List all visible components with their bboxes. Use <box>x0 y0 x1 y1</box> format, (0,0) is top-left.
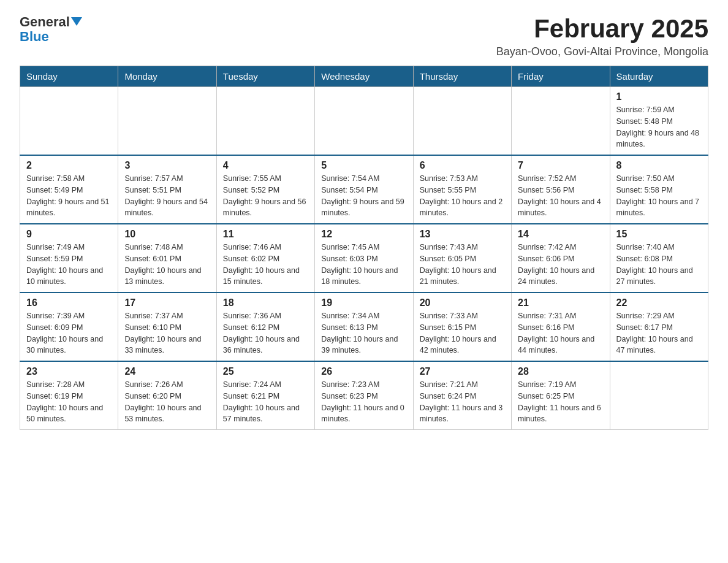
day-info: Sunrise: 7:53 AMSunset: 5:55 PMDaylight:… <box>420 173 505 219</box>
day-number: 20 <box>420 297 505 308</box>
day-info: Sunrise: 7:45 AMSunset: 6:03 PMDaylight:… <box>321 242 406 288</box>
calendar-cell-w5-d1: 23Sunrise: 7:28 AMSunset: 6:19 PMDayligh… <box>20 361 118 430</box>
day-number: 22 <box>616 297 702 308</box>
calendar-cell-w3-d1: 9Sunrise: 7:49 AMSunset: 5:59 PMDaylight… <box>20 224 118 293</box>
header-friday: Friday <box>512 66 610 87</box>
calendar-cell-w4-d7: 22Sunrise: 7:29 AMSunset: 6:17 PMDayligh… <box>610 293 708 361</box>
calendar-cell-w3-d6: 14Sunrise: 7:42 AMSunset: 6:06 PMDayligh… <box>512 224 610 293</box>
calendar-cell-w4-d3: 18Sunrise: 7:36 AMSunset: 6:12 PMDayligh… <box>216 293 314 361</box>
day-info: Sunrise: 7:49 AMSunset: 5:59 PMDaylight:… <box>26 242 112 288</box>
day-number: 15 <box>616 229 702 240</box>
calendar-cell-w2-d7: 8Sunrise: 7:50 AMSunset: 5:58 PMDaylight… <box>610 155 708 224</box>
day-number: 12 <box>321 229 406 240</box>
day-info: Sunrise: 7:48 AMSunset: 6:01 PMDaylight:… <box>124 242 210 288</box>
calendar-cell-w1-d1 <box>20 87 118 156</box>
day-info: Sunrise: 7:33 AMSunset: 6:15 PMDaylight:… <box>420 310 505 356</box>
day-info: Sunrise: 7:26 AMSunset: 6:20 PMDaylight:… <box>124 379 210 425</box>
calendar-table: Sunday Monday Tuesday Wednesday Thursday… <box>20 66 708 430</box>
calendar-cell-w3-d5: 13Sunrise: 7:43 AMSunset: 6:05 PMDayligh… <box>413 224 511 293</box>
day-info: Sunrise: 7:19 AMSunset: 6:25 PMDaylight:… <box>518 379 603 425</box>
day-info: Sunrise: 7:24 AMSunset: 6:21 PMDaylight:… <box>223 379 308 425</box>
day-info: Sunrise: 7:50 AMSunset: 5:58 PMDaylight:… <box>616 173 702 219</box>
calendar-cell-w5-d2: 24Sunrise: 7:26 AMSunset: 6:20 PMDayligh… <box>118 361 216 430</box>
header-monday: Monday <box>118 66 216 87</box>
calendar-cell-w1-d5 <box>413 87 511 156</box>
day-number: 4 <box>223 160 308 171</box>
calendar-cell-w4-d5: 20Sunrise: 7:33 AMSunset: 6:15 PMDayligh… <box>413 293 511 361</box>
calendar-cell-w5-d7 <box>610 361 708 430</box>
header-sunday: Sunday <box>20 66 118 87</box>
day-number: 25 <box>223 366 308 377</box>
calendar-header-row: Sunday Monday Tuesday Wednesday Thursday… <box>20 66 708 87</box>
calendar-cell-w2-d2: 3Sunrise: 7:57 AMSunset: 5:51 PMDaylight… <box>118 155 216 224</box>
logo: General Blue <box>20 15 82 44</box>
day-number: 17 <box>124 297 210 308</box>
calendar-cell-w2-d4: 5Sunrise: 7:54 AMSunset: 5:54 PMDaylight… <box>315 155 413 224</box>
calendar-cell-w4-d4: 19Sunrise: 7:34 AMSunset: 6:13 PMDayligh… <box>315 293 413 361</box>
day-info: Sunrise: 7:36 AMSunset: 6:12 PMDaylight:… <box>223 310 308 356</box>
logo-blue-text: Blue <box>20 29 49 44</box>
day-number: 3 <box>124 160 210 171</box>
day-info: Sunrise: 7:57 AMSunset: 5:51 PMDaylight:… <box>124 173 210 219</box>
calendar-cell-w1-d4 <box>315 87 413 156</box>
calendar-cell-w3-d7: 15Sunrise: 7:40 AMSunset: 6:08 PMDayligh… <box>610 224 708 293</box>
calendar-cell-w2-d5: 6Sunrise: 7:53 AMSunset: 5:55 PMDaylight… <box>413 155 511 224</box>
day-number: 23 <box>26 366 112 377</box>
day-number: 7 <box>518 160 603 171</box>
day-info: Sunrise: 7:54 AMSunset: 5:54 PMDaylight:… <box>321 173 406 219</box>
day-number: 19 <box>321 297 406 308</box>
day-info: Sunrise: 7:23 AMSunset: 6:23 PMDaylight:… <box>321 379 406 425</box>
day-info: Sunrise: 7:28 AMSunset: 6:19 PMDaylight:… <box>26 379 112 425</box>
title-area: February 2025 Bayan-Ovoo, Govi-Altai Pro… <box>496 15 708 58</box>
day-info: Sunrise: 7:21 AMSunset: 6:24 PMDaylight:… <box>420 379 505 425</box>
day-number: 18 <box>223 297 308 308</box>
calendar-title: February 2025 <box>496 15 708 43</box>
calendar-week-5: 23Sunrise: 7:28 AMSunset: 6:19 PMDayligh… <box>20 361 708 430</box>
day-info: Sunrise: 7:37 AMSunset: 6:10 PMDaylight:… <box>124 310 210 356</box>
calendar-week-2: 2Sunrise: 7:58 AMSunset: 5:49 PMDaylight… <box>20 155 708 224</box>
calendar-cell-w2-d1: 2Sunrise: 7:58 AMSunset: 5:49 PMDaylight… <box>20 155 118 224</box>
day-number: 27 <box>420 366 505 377</box>
day-number: 8 <box>616 160 702 171</box>
day-number: 1 <box>616 91 702 102</box>
calendar-cell-w4-d6: 21Sunrise: 7:31 AMSunset: 6:16 PMDayligh… <box>512 293 610 361</box>
logo-text: General Blue <box>20 15 82 44</box>
day-number: 6 <box>420 160 505 171</box>
day-number: 14 <box>518 229 603 240</box>
calendar-cell-w5-d5: 27Sunrise: 7:21 AMSunset: 6:24 PMDayligh… <box>413 361 511 430</box>
logo-triangle-icon <box>71 17 82 26</box>
header-tuesday: Tuesday <box>216 66 314 87</box>
calendar-cell-w5-d3: 25Sunrise: 7:24 AMSunset: 6:21 PMDayligh… <box>216 361 314 430</box>
calendar-week-3: 9Sunrise: 7:49 AMSunset: 5:59 PMDaylight… <box>20 224 708 293</box>
day-info: Sunrise: 7:34 AMSunset: 6:13 PMDaylight:… <box>321 310 406 356</box>
day-number: 21 <box>518 297 603 308</box>
calendar-cell-w4-d1: 16Sunrise: 7:39 AMSunset: 6:09 PMDayligh… <box>20 293 118 361</box>
day-info: Sunrise: 7:39 AMSunset: 6:09 PMDaylight:… <box>26 310 112 356</box>
day-number: 13 <box>420 229 505 240</box>
calendar-cell-w1-d7: 1Sunrise: 7:59 AMSunset: 5:48 PMDaylight… <box>610 87 708 156</box>
day-number: 9 <box>26 229 112 240</box>
calendar-cell-w1-d6 <box>512 87 610 156</box>
day-info: Sunrise: 7:42 AMSunset: 6:06 PMDaylight:… <box>518 242 603 288</box>
calendar-cell-w1-d2 <box>118 87 216 156</box>
day-info: Sunrise: 7:43 AMSunset: 6:05 PMDaylight:… <box>420 242 505 288</box>
day-info: Sunrise: 7:59 AMSunset: 5:48 PMDaylight:… <box>616 104 702 150</box>
day-number: 28 <box>518 366 603 377</box>
day-number: 24 <box>124 366 210 377</box>
calendar-subtitle: Bayan-Ovoo, Govi-Altai Province, Mongoli… <box>496 45 708 58</box>
calendar-cell-w5-d6: 28Sunrise: 7:19 AMSunset: 6:25 PMDayligh… <box>512 361 610 430</box>
day-number: 5 <box>321 160 406 171</box>
calendar-cell-w3-d3: 11Sunrise: 7:46 AMSunset: 6:02 PMDayligh… <box>216 224 314 293</box>
calendar-cell-w2-d6: 7Sunrise: 7:52 AMSunset: 5:56 PMDaylight… <box>512 155 610 224</box>
day-number: 16 <box>26 297 112 308</box>
day-info: Sunrise: 7:52 AMSunset: 5:56 PMDaylight:… <box>518 173 603 219</box>
day-info: Sunrise: 7:31 AMSunset: 6:16 PMDaylight:… <box>518 310 603 356</box>
calendar-week-4: 16Sunrise: 7:39 AMSunset: 6:09 PMDayligh… <box>20 293 708 361</box>
day-info: Sunrise: 7:46 AMSunset: 6:02 PMDaylight:… <box>223 242 308 288</box>
calendar-cell-w3-d4: 12Sunrise: 7:45 AMSunset: 6:03 PMDayligh… <box>315 224 413 293</box>
day-number: 11 <box>223 229 308 240</box>
calendar-week-1: 1Sunrise: 7:59 AMSunset: 5:48 PMDaylight… <box>20 87 708 156</box>
day-info: Sunrise: 7:55 AMSunset: 5:52 PMDaylight:… <box>223 173 308 219</box>
calendar-cell-w2-d3: 4Sunrise: 7:55 AMSunset: 5:52 PMDaylight… <box>216 155 314 224</box>
calendar-cell-w1-d3 <box>216 87 314 156</box>
